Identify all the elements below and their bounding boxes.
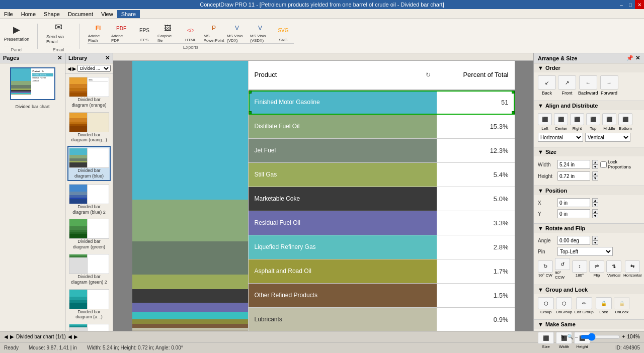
send-email-button[interactable]: ✉ Send via Email bbox=[46, 20, 71, 45]
eps-button[interactable]: EPS EPS bbox=[134, 22, 155, 43]
page-scroll-right[interactable]: ▶ bbox=[74, 334, 78, 339]
x-down[interactable]: ▼ bbox=[592, 203, 598, 207]
maximize-button[interactable]: □ bbox=[626, 0, 635, 9]
align-bottom-button[interactable]: ⬛ bbox=[618, 113, 632, 125]
handle-tr[interactable] bbox=[512, 91, 515, 94]
angle-down[interactable]: ▼ bbox=[592, 240, 598, 245]
library-item-2[interactable]: Divided bardiagram (orang...) bbox=[67, 111, 111, 144]
arrange-panel-close-icon[interactable]: ✕ bbox=[635, 55, 640, 61]
page-thumbnail[interactable]: Product | % Finished Motor G... Distilla… bbox=[10, 67, 55, 100]
menu-document[interactable]: Document bbox=[64, 10, 97, 18]
library-item-6[interactable]: Divided bardiagram (green) 2 bbox=[67, 253, 111, 286]
canvas-area[interactable]: Product ↻ Percent of Total Finished bbox=[113, 53, 533, 331]
library-item-5[interactable]: Divided bardiagram (green) bbox=[67, 218, 111, 251]
zoom-out-button[interactable]: – bbox=[575, 334, 578, 339]
back-button[interactable]: ↙ bbox=[538, 75, 556, 90]
height-input[interactable] bbox=[557, 171, 590, 181]
pin-select[interactable]: Top-Left bbox=[557, 247, 613, 256]
position-section-header[interactable]: ▼ Position bbox=[534, 186, 644, 195]
width-up[interactable]: ▲ bbox=[592, 160, 598, 164]
angle-input[interactable] bbox=[557, 236, 590, 245]
rotate-90cw-button[interactable]: ↻ bbox=[538, 260, 553, 273]
library-item-4[interactable]: Divided bardiagram (blue) 2 bbox=[67, 183, 111, 216]
table-row-jetfuel[interactable]: Jet Fuel 12.3% bbox=[249, 139, 515, 163]
horizontal-button[interactable]: ⇆ bbox=[625, 260, 640, 273]
presentation-button[interactable]: ▶ Presentation bbox=[4, 20, 29, 45]
make-same-header[interactable]: ▼ Make Same bbox=[534, 320, 644, 329]
forward-button[interactable]: → bbox=[600, 75, 618, 90]
lock-proportions-checkbox[interactable] bbox=[600, 161, 607, 168]
table-row-residual[interactable]: Residual Fuel Oil 3.3% bbox=[249, 211, 515, 235]
flip-button[interactable]: ⇌ bbox=[589, 260, 604, 273]
table-row-coke[interactable]: Marketable Coke 5.0% bbox=[249, 187, 515, 211]
zoom-in-button[interactable]: + bbox=[622, 334, 625, 339]
lock-button[interactable]: 🔒 bbox=[596, 297, 612, 309]
width-input[interactable] bbox=[557, 160, 590, 169]
group-button[interactable]: ⬡ bbox=[538, 297, 554, 309]
graphic-file-button[interactable]: 🖼 Graphic file bbox=[157, 22, 178, 43]
backward-button[interactable]: ← bbox=[579, 75, 597, 90]
rotate-90ccw-button[interactable]: ↺ bbox=[555, 258, 570, 270]
x-input[interactable] bbox=[557, 198, 590, 207]
edit-group-button[interactable]: ✏ bbox=[576, 297, 592, 309]
ungroup-button[interactable]: ⬡ bbox=[556, 297, 572, 309]
make-same-size-button[interactable]: ⬛ bbox=[538, 332, 554, 344]
handle-br[interactable] bbox=[512, 111, 515, 114]
library-item-7[interactable]: Divided bardiagram (a...) bbox=[67, 288, 111, 321]
align-center-button[interactable]: ⬛ bbox=[554, 113, 568, 125]
height-down[interactable]: ▼ bbox=[592, 176, 598, 181]
library-next-icon[interactable]: ▶ bbox=[72, 66, 76, 71]
minimize-button[interactable]: – bbox=[617, 0, 626, 9]
visio-vsdx-button[interactable]: V MS Visio (VSDX) bbox=[250, 22, 271, 43]
vertical-distribute-select[interactable]: Vertical bbox=[585, 133, 630, 142]
arrange-panel-pin-icon[interactable]: 📌 bbox=[626, 55, 633, 61]
horizontal-distribute-select[interactable]: Horizontal bbox=[538, 133, 583, 142]
html-button[interactable]: </> HTML bbox=[180, 22, 201, 43]
group-lock-header[interactable]: ▼ Group and Lock bbox=[534, 285, 644, 294]
library-item-1[interactable]: data Divided bardiagram (orange) bbox=[67, 76, 111, 109]
width-down[interactable]: ▼ bbox=[592, 164, 598, 169]
size-section-header[interactable]: ▼ Size bbox=[534, 147, 644, 156]
page-next-icon[interactable]: ▶ bbox=[10, 334, 14, 339]
handle-tl[interactable] bbox=[249, 91, 252, 94]
rotate-180-button[interactable]: ↕ bbox=[572, 260, 587, 273]
align-top-button[interactable]: ⬛ bbox=[586, 113, 600, 125]
table-row-lubricants[interactable]: Lubricants 0.9% bbox=[249, 308, 515, 331]
front-button[interactable]: ↗ bbox=[558, 75, 576, 90]
vertical-button[interactable]: ⇅ bbox=[606, 260, 621, 273]
y-up[interactable]: ▲ bbox=[592, 209, 598, 214]
adobe-pdf-button[interactable]: PDF Adobe PDF bbox=[111, 22, 132, 43]
svg-button[interactable]: SVG SVG bbox=[273, 22, 294, 43]
pages-close-icon[interactable]: ✕ bbox=[57, 55, 62, 61]
y-input[interactable] bbox=[557, 209, 590, 218]
table-row-other[interactable]: Other Refined Products 1.5% bbox=[249, 284, 515, 308]
handle-bl[interactable] bbox=[249, 111, 252, 114]
page-prev-icon[interactable]: ◀ bbox=[4, 334, 8, 339]
table-row-liquefied[interactable]: Liquefied Refinery Gas 2.8% bbox=[249, 235, 515, 259]
rotate-section-header[interactable]: ▼ Rotate and Flip bbox=[534, 224, 644, 233]
align-section-header[interactable]: ▼ Align and Distribute bbox=[534, 101, 644, 110]
library-item-3[interactable]: Divided bardiagram (blue) bbox=[67, 146, 111, 181]
zoom-slider[interactable] bbox=[580, 333, 620, 341]
table-row-distillate[interactable]: Distillate Fuel Oil 15.3% bbox=[249, 115, 515, 139]
align-left-button[interactable]: ⬛ bbox=[538, 113, 552, 125]
library-prev-icon[interactable]: ◀ bbox=[67, 66, 71, 71]
page-scroll-left[interactable]: ◀ bbox=[68, 334, 72, 339]
menu-file[interactable]: File bbox=[0, 10, 17, 18]
visio-vdx-button[interactable]: V MS Visio (VDX) bbox=[226, 22, 248, 43]
library-close-icon[interactable]: ✕ bbox=[105, 55, 110, 61]
close-button[interactable]: ✕ bbox=[635, 0, 644, 9]
y-down[interactable]: ▼ bbox=[592, 214, 598, 218]
unlock-button[interactable]: 🔒 bbox=[614, 297, 630, 309]
refresh-icon[interactable]: ↻ bbox=[426, 71, 431, 78]
menu-view[interactable]: View bbox=[97, 10, 117, 18]
table-row-gasoline[interactable]: Finished Motor Gasoline 51 bbox=[249, 91, 515, 115]
order-section-header[interactable]: ▼ Order bbox=[534, 63, 644, 72]
window-controls[interactable]: – □ ✕ bbox=[617, 0, 644, 9]
align-middle-button[interactable]: ⬛ bbox=[602, 113, 616, 125]
library-dropdown[interactable]: Divided ... bbox=[77, 65, 111, 72]
canvas-inner[interactable]: Product ↻ Percent of Total Finished bbox=[113, 61, 533, 331]
menu-share[interactable]: Share bbox=[117, 10, 140, 18]
menu-home[interactable]: Home bbox=[17, 10, 40, 18]
x-up[interactable]: ▲ bbox=[592, 198, 598, 203]
